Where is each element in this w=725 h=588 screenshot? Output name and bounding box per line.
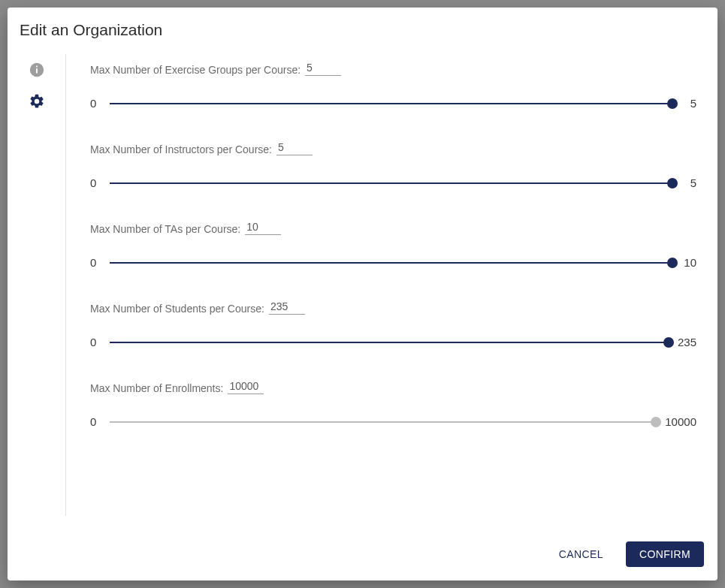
max-number-of-instructors-per-course-label: Max Number of Instructors per Course: — [90, 143, 272, 155]
dialog-content: Max Number of Exercise Groups per Course… — [74, 54, 717, 531]
max-number-of-enrollments-slider-track — [110, 417, 656, 427]
max-number-of-enrollments-slider-max: 10000 — [665, 415, 696, 428]
max-number-of-instructors-per-course-slider-max: 5 — [681, 176, 696, 189]
max-number-of-instructors-per-course-slider-fill — [110, 182, 672, 184]
max-number-of-instructors-per-course-slider-track[interactable] — [110, 178, 672, 188]
max-number-of-enrollments-label: Max Number of Enrollments: — [90, 382, 223, 394]
dialog-actions: Cancel Confirm — [8, 531, 717, 580]
gear-icon — [29, 93, 45, 110]
max-number-of-students-per-course-slider-thumb[interactable] — [663, 337, 674, 348]
max-number-of-students-per-course-slider-min: 0 — [90, 336, 101, 348]
side-tabs — [8, 54, 66, 516]
info-tab[interactable] — [29, 62, 45, 78]
max-number-of-students-per-course-input[interactable] — [269, 300, 305, 315]
max-number-of-exercise-groups-per-course-input[interactable] — [305, 62, 341, 76]
settings-tab[interactable] — [29, 93, 45, 110]
max-number-of-tas-per-course-input[interactable] — [245, 221, 281, 235]
max-number-of-exercise-groups-per-course-slider-fill — [110, 103, 672, 104]
max-number-of-enrollments-slider: 010000 — [90, 415, 696, 428]
max-number-of-tas-per-course-slider-thumb[interactable] — [667, 258, 678, 268]
max-number-of-exercise-groups-per-course-slider-max: 5 — [681, 97, 696, 110]
dialog-body: Max Number of Exercise Groups per Course… — [8, 47, 717, 531]
dialog-title: Edit an Organization — [8, 8, 717, 47]
max-number-of-tas-per-course-slider-max: 10 — [681, 256, 696, 269]
max-number-of-exercise-groups-per-course-slider-min: 0 — [90, 97, 101, 110]
max-number-of-tas-per-course-slider-min: 0 — [90, 256, 101, 269]
max-number-of-tas-per-course-slider: 010 — [90, 256, 696, 269]
max-number-of-enrollments-group: Max Number of Enrollments:010000 — [90, 380, 696, 428]
confirm-button[interactable]: Confirm — [626, 541, 704, 567]
max-number-of-students-per-course-slider-track[interactable] — [110, 337, 669, 348]
max-number-of-tas-per-course-group: Max Number of TAs per Course:010 — [90, 221, 696, 269]
max-number-of-exercise-groups-per-course-label-row: Max Number of Exercise Groups per Course… — [90, 62, 696, 76]
max-number-of-instructors-per-course-slider-min: 0 — [90, 176, 101, 189]
max-number-of-students-per-course-slider-max: 235 — [678, 336, 696, 348]
cancel-button[interactable]: Cancel — [545, 541, 617, 567]
max-number-of-tas-per-course-slider-track[interactable] — [110, 258, 672, 268]
max-number-of-enrollments-label-row: Max Number of Enrollments: — [90, 380, 696, 394]
max-number-of-instructors-per-course-group: Max Number of Instructors per Course:05 — [90, 141, 696, 189]
max-number-of-students-per-course-group: Max Number of Students per Course:0235 — [90, 300, 696, 348]
max-number-of-students-per-course-slider: 0235 — [90, 336, 696, 348]
max-number-of-exercise-groups-per-course-slider: 05 — [90, 97, 696, 110]
max-number-of-tas-per-course-label-row: Max Number of TAs per Course: — [90, 221, 696, 235]
max-number-of-instructors-per-course-input[interactable] — [276, 141, 313, 155]
max-number-of-tas-per-course-slider-fill — [110, 262, 672, 264]
max-number-of-instructors-per-course-slider: 05 — [90, 176, 696, 189]
max-number-of-students-per-course-label: Max Number of Students per Course: — [90, 303, 264, 315]
info-icon — [29, 62, 45, 78]
svg-rect-1 — [36, 68, 38, 73]
max-number-of-exercise-groups-per-course-slider-thumb[interactable] — [667, 98, 678, 109]
max-number-of-exercise-groups-per-course-label: Max Number of Exercise Groups per Course… — [90, 64, 301, 76]
max-number-of-students-per-course-label-row: Max Number of Students per Course: — [90, 300, 696, 315]
max-number-of-students-per-course-slider-fill — [110, 342, 669, 343]
max-number-of-enrollments-slider-fill — [110, 421, 656, 423]
svg-rect-2 — [36, 66, 38, 68]
max-number-of-instructors-per-course-label-row: Max Number of Instructors per Course: — [90, 141, 696, 155]
edit-organization-dialog: Edit an Organization Max Number of Exerc… — [8, 8, 717, 580]
max-number-of-exercise-groups-per-course-group: Max Number of Exercise Groups per Course… — [90, 62, 696, 110]
max-number-of-exercise-groups-per-course-slider-track[interactable] — [110, 98, 672, 109]
max-number-of-enrollments-slider-thumb — [651, 417, 661, 427]
max-number-of-tas-per-course-label: Max Number of TAs per Course: — [90, 223, 240, 235]
max-number-of-instructors-per-course-slider-thumb[interactable] — [667, 178, 678, 188]
max-number-of-enrollments-slider-min: 0 — [90, 415, 101, 428]
max-number-of-enrollments-input[interactable] — [228, 380, 264, 394]
